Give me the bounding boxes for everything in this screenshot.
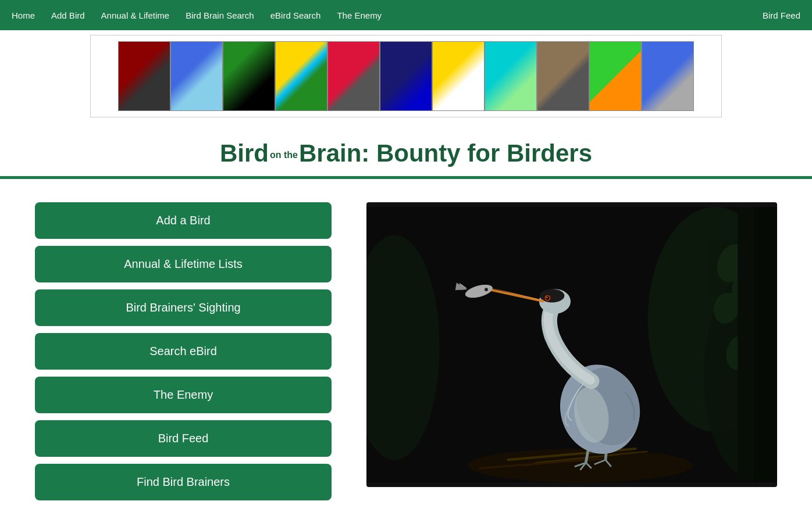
title-section: Birdon theBrain: Bounty for Birders [0,122,812,176]
bird-cell-3 [223,41,275,111]
svg-point-22 [546,296,550,300]
bird-cell-5 [327,41,380,111]
nav-the-enemy[interactable]: The Enemy [337,10,382,20]
bird-brainers-sighting-button[interactable]: Bird Brainers' Sighting [35,289,332,326]
bird-cell-2 [170,41,223,111]
bird-strip-container [90,35,722,117]
nav-home[interactable]: Home [12,10,35,20]
bird-cell-1 [118,41,170,111]
bird-cell-11 [642,41,694,111]
search-ebird-button[interactable]: Search eBird [35,333,332,370]
the-enemy-button[interactable]: The Enemy [35,377,332,413]
bird-cell-10 [589,41,642,111]
bird-cell-9 [537,41,589,111]
svg-point-25 [485,288,488,291]
bird-cell-6 [380,41,432,111]
nav-bird-feed[interactable]: Bird Feed [763,10,800,20]
hero-image-container [366,202,777,487]
button-list: Add a Bird Annual & Lifetime Lists Bird … [35,202,332,500]
bird-cell-7 [432,41,485,111]
nav-bird-brain-search[interactable]: Bird Brain Search [186,10,254,20]
title-bird: Bird [220,139,269,167]
page-title: Birdon theBrain: Bounty for Birders [0,139,812,167]
main-nav: Home Add Bird Annual & Lifetime Bird Bra… [0,0,812,30]
title-rest: Brain: Bounty for Birders [299,139,592,167]
annual-lifetime-button[interactable]: Annual & Lifetime Lists [35,246,332,282]
add-a-bird-button[interactable]: Add a Bird [35,202,332,239]
nav-annual-lifetime[interactable]: Annual & Lifetime [101,10,170,20]
hero-image [366,202,777,487]
title-sub: on the [270,150,298,160]
bird-cell-8 [485,41,537,111]
bird-cell-4 [275,41,327,111]
find-bird-brainers-button[interactable]: Find Bird Brainers [35,464,332,500]
bird-strip [118,41,694,111]
nav-add-bird[interactable]: Add Bird [51,10,85,20]
bird-feed-button[interactable]: Bird Feed [35,420,332,457]
nav-ebird-search[interactable]: eBird Search [270,10,321,20]
main-content: Add a Bird Annual & Lifetime Lists Bird … [0,179,812,519]
svg-point-23 [546,297,547,298]
svg-rect-34 [738,207,754,482]
